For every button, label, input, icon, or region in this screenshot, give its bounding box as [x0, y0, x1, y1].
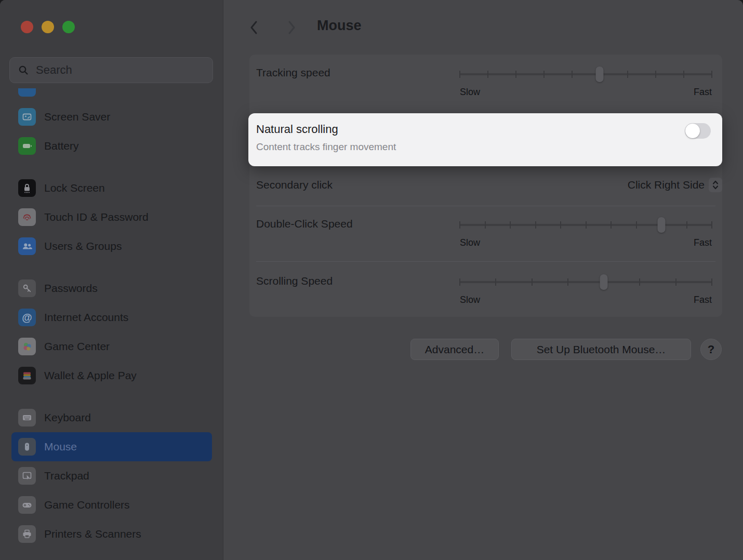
slider-tick: [543, 71, 545, 78]
zoom-button[interactable]: [62, 21, 75, 33]
slider-tick: [683, 71, 684, 78]
setup-bluetooth-mouse-button[interactable]: Set Up Bluetooth Mouse…: [511, 339, 691, 360]
slider-tick: [586, 221, 587, 229]
slider-tick: [655, 71, 656, 78]
scrolling-speed-slider[interactable]: [460, 274, 712, 290]
sidebar-item-game-controllers[interactable]: Game Controllers: [11, 490, 212, 519]
double-click-speed-scale: Slow Fast: [460, 237, 712, 248]
fast-label: Fast: [694, 295, 712, 305]
sidebar-item-label: Keyboard: [44, 411, 91, 424]
slow-label: Slow: [460, 295, 480, 305]
slider-thumb[interactable]: [658, 217, 666, 233]
sidebar-item-label: Wallet & Apple Pay: [44, 369, 137, 382]
sidebar-item-passwords[interactable]: Passwords: [11, 274, 212, 303]
slider-track: [460, 281, 712, 283]
sidebar-item-mouse[interactable]: Mouse: [11, 432, 212, 461]
slow-label: Slow: [460, 237, 480, 248]
slider-tick: [510, 221, 511, 229]
slider-tick: [459, 71, 460, 78]
sidebar-item-screen-saver[interactable]: Screen Saver: [11, 102, 212, 131]
natural-scrolling-toggle[interactable]: [685, 123, 711, 139]
advanced-button[interactable]: Advanced…: [410, 339, 499, 360]
help-button[interactable]: ?: [700, 339, 722, 360]
slider-tick: [636, 221, 637, 229]
slider-tick: [711, 278, 712, 286]
sidebar-item-label: Users & Groups: [44, 240, 122, 252]
slider-tick: [675, 278, 676, 286]
sidebar-item-trackpad[interactable]: Trackpad: [11, 461, 212, 490]
traffic-lights: [21, 21, 75, 33]
double-click-speed-label: Double-Click Speed: [256, 218, 353, 230]
slider-tick: [459, 278, 460, 286]
close-button[interactable]: [21, 21, 33, 33]
slider-tick: [572, 71, 573, 78]
slider-tick: [639, 278, 640, 286]
slider-tick: [567, 278, 568, 286]
slider-thumb[interactable]: [600, 274, 608, 290]
sidebar-item-label: Lock Screen: [44, 182, 105, 194]
wallpaper-icon[interactable]: [18, 88, 36, 97]
system-settings-window: Search Screen Saver Battery: [0, 0, 743, 560]
trackpad-icon: [18, 467, 36, 485]
double-click-speed-slider[interactable]: [460, 217, 712, 233]
secondary-click-label: Secondary click: [256, 179, 333, 191]
slider-tick: [611, 221, 612, 229]
natural-scrolling-section: Natural scrolling Content tracks finger …: [248, 113, 722, 166]
sidebar-item-label: Trackpad: [44, 470, 89, 482]
slider-tick: [532, 278, 533, 286]
tracking-speed-label: Tracking speed: [256, 66, 330, 79]
slider-tick: [535, 221, 536, 229]
secondary-click-select[interactable]: Click Right Side: [628, 178, 722, 192]
sidebar-item-touch-id[interactable]: Touch ID & Password: [11, 203, 212, 232]
fast-label: Fast: [694, 237, 712, 248]
search-icon: [17, 64, 30, 76]
slider-tick: [515, 71, 516, 78]
natural-scrolling-label: Natural scrolling: [256, 123, 338, 136]
sidebar-list: Screen Saver Battery Lock Screen: [0, 88, 223, 560]
sidebar-item-printers[interactable]: Printers & Scanners: [11, 519, 212, 549]
search-placeholder: Search: [36, 63, 72, 77]
tracking-speed-slider[interactable]: [460, 66, 712, 83]
divider: [256, 206, 715, 206]
natural-scrolling-description: Content tracks finger movement: [256, 141, 396, 153]
sidebar: Search Screen Saver Battery: [0, 0, 223, 560]
sidebar-item-label: Passwords: [44, 282, 98, 295]
sidebar-item-wallet[interactable]: Wallet & Apple Pay: [11, 361, 212, 390]
slider-tick: [485, 221, 486, 229]
game-center-icon: [18, 338, 36, 355]
back-button[interactable]: [247, 19, 261, 36]
chevron-up-down-icon: [709, 178, 722, 192]
toggle-knob: [685, 124, 700, 138]
forward-button[interactable]: [285, 19, 298, 36]
slider-tick: [711, 221, 712, 229]
key-icon: [18, 279, 36, 297]
minimize-button[interactable]: [42, 21, 54, 33]
slider-tick: [686, 221, 687, 229]
slider-tick: [560, 221, 561, 229]
slow-label: Slow: [460, 87, 480, 98]
sidebar-item-users-groups[interactable]: Users & Groups: [11, 232, 212, 261]
slider-thumb[interactable]: [596, 66, 604, 82]
sidebar-item-label: Battery: [44, 140, 79, 152]
secondary-click-value: Click Right Side: [628, 179, 705, 191]
sidebar-item-label: Mouse: [44, 441, 77, 453]
at-sign-icon: @: [18, 309, 36, 326]
scrolling-speed-scale: Slow Fast: [460, 295, 712, 305]
sidebar-item-label: Game Controllers: [44, 499, 130, 511]
screen-saver-icon: [18, 108, 36, 126]
sidebar-item-game-center[interactable]: Game Center: [11, 332, 212, 361]
mouse-icon: [18, 438, 36, 456]
wallet-icon: [18, 367, 36, 384]
sidebar-item-internet-accounts[interactable]: @ Internet Accounts: [11, 303, 212, 332]
sidebar-item-battery[interactable]: Battery: [11, 131, 212, 161]
gamepad-icon: [18, 496, 36, 514]
sidebar-item-lock-screen[interactable]: Lock Screen: [11, 174, 212, 203]
slider-tick: [711, 71, 712, 78]
search-input[interactable]: Search: [9, 57, 213, 83]
printer-icon: [18, 525, 36, 543]
fast-label: Fast: [694, 87, 712, 98]
sidebar-item-keyboard[interactable]: Keyboard: [11, 403, 212, 432]
page-title: Mouse: [317, 18, 362, 34]
slider-tick: [459, 221, 460, 229]
sidebar-item-label: Printers & Scanners: [44, 528, 141, 540]
